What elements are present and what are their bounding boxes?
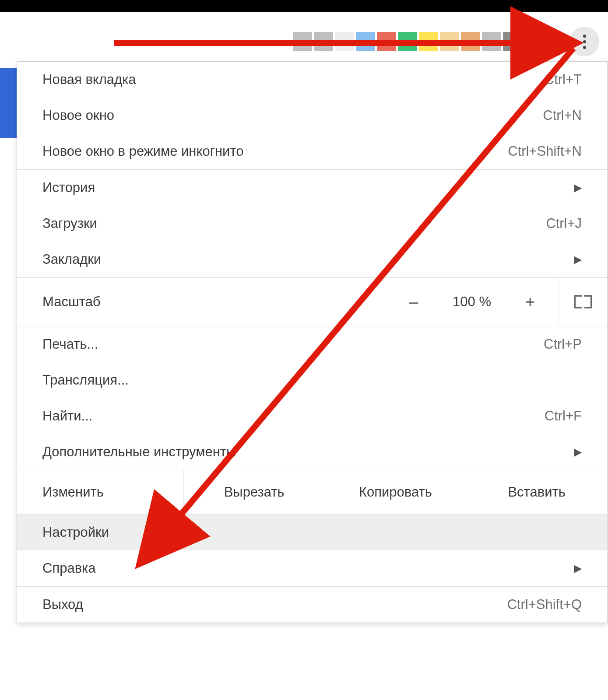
browser-toolbar [0,24,608,59]
fullscreen-icon [574,295,592,308]
extension-icon[interactable] [524,32,543,51]
menu-item-zoom: Масштаб – 100 % + [17,278,607,326]
menu-item-help[interactable]: Справка ▶ [17,550,607,586]
background-accent-panel [0,68,17,138]
edit-paste-button[interactable]: Вставить [466,470,607,514]
menu-item-shortcut: Ctrl+F [545,408,582,424]
chevron-right-icon: ▶ [574,253,582,266]
menu-item-label: Новая вкладка [42,72,136,88]
menu-item-downloads[interactable]: Загрузки Ctrl+J [17,206,607,242]
menu-item-cast[interactable]: Трансляция... [17,362,607,398]
menu-item-label: Справка [42,560,96,576]
menu-item-edit-row: Изменить Вырезать Копировать Вставить [17,470,607,514]
menu-item-shortcut: Ctrl+Shift+N [508,144,582,159]
menu-item-label: Новое окно [42,108,114,123]
menu-item-shortcut: Ctrl+J [546,216,582,231]
menu-item-label: Выход [42,597,83,612]
menu-item-label: Новое окно в режиме инкогнито [42,144,243,159]
chevron-right-icon: ▶ [574,562,582,574]
menu-item-label: Печать... [42,336,98,352]
dots-vertical-icon [583,35,586,38]
edit-copy-button[interactable]: Копировать [325,470,466,514]
menu-item-shortcut: Ctrl+T [545,72,582,88]
menu-item-more-tools[interactable]: Дополнительные инструменты ▶ [17,434,607,470]
menu-item-label: Дополнительные инструменты [42,444,236,460]
menu-item-label: Трансляция... [42,372,129,388]
browser-menu-dropdown: Новая вкладка Ctrl+T Новое окно Ctrl+N Н… [17,61,608,623]
extension-icon[interactable] [440,32,459,51]
menu-item-print[interactable]: Печать... Ctrl+P [17,326,607,362]
menu-item-label: Загрузки [42,216,97,231]
menu-item-find[interactable]: Найти... Ctrl+F [17,398,607,434]
menu-item-history[interactable]: История ▶ [17,170,607,206]
menu-item-shortcut: Ctrl+P [544,336,582,352]
menu-item-shortcut: Ctrl+Shift+Q [507,597,582,612]
extension-icon[interactable] [503,32,522,51]
menu-button[interactable] [569,27,599,56]
window-titlebar [0,0,608,12]
edit-label: Изменить [17,470,183,514]
zoom-label: Масштаб [42,294,403,310]
zoom-in-button[interactable]: + [519,293,541,312]
menu-item-bookmarks[interactable]: Закладки ▶ [17,242,607,277]
menu-item-exit[interactable]: Выход Ctrl+Shift+Q [17,587,607,623]
zoom-out-button[interactable]: – [403,293,425,312]
extension-icon[interactable] [398,32,417,51]
extension-icon[interactable] [419,32,438,51]
extension-icon[interactable] [356,32,375,51]
extension-icon[interactable] [461,32,480,51]
extension-icons-row [293,32,543,51]
menu-item-incognito[interactable]: Новое окно в режиме инкогнито Ctrl+Shift… [17,133,607,169]
menu-item-shortcut: Ctrl+N [543,108,582,123]
edit-cut-button[interactable]: Вырезать [183,470,325,514]
menu-item-label: Закладки [42,252,101,267]
menu-item-new-window[interactable]: Новое окно Ctrl+N [17,98,607,133]
fullscreen-button[interactable] [559,278,607,326]
menu-item-label: Найти... [42,408,92,424]
chevron-right-icon: ▶ [574,182,582,194]
menu-item-settings[interactable]: Настройки [17,514,607,550]
menu-item-label: История [42,180,95,196]
menu-item-new-tab[interactable]: Новая вкладка Ctrl+T [17,62,607,98]
menu-item-label: Настройки [42,525,109,540]
extension-icon[interactable] [314,32,333,51]
zoom-value: 100 % [446,294,498,310]
extension-icon[interactable] [335,32,354,51]
extension-icon[interactable] [377,32,396,51]
chevron-right-icon: ▶ [574,446,582,458]
extension-icon[interactable] [293,32,312,51]
extension-icon[interactable] [482,32,501,51]
